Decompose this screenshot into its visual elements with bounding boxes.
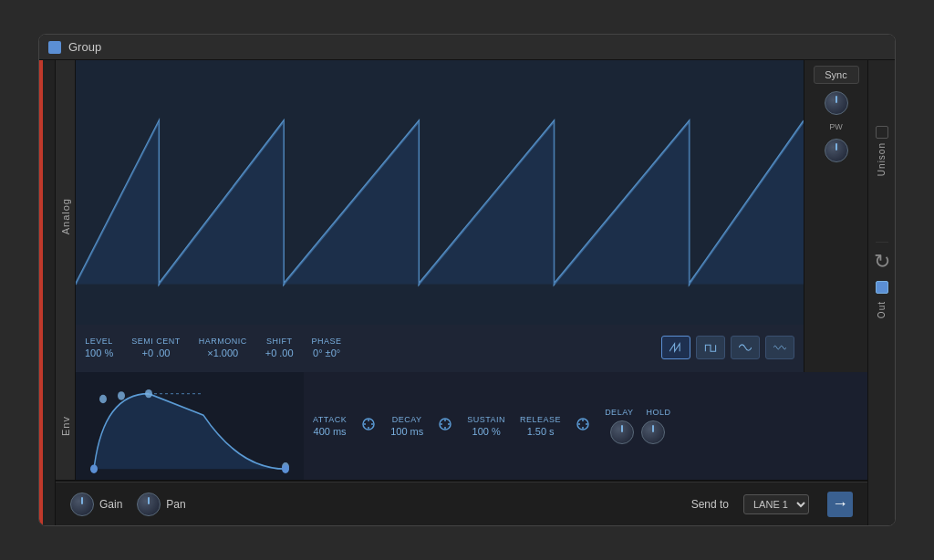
return-out-panel: ↻ Out (874, 243, 890, 525)
red-accent-bar (39, 60, 43, 525)
analog-controls-row: LEVEL 100 % SEMI CENT +0 .00 HARMONIC ×1… (76, 325, 804, 372)
release-value: 1.50 s (527, 426, 555, 437)
env-controls: ATTACK 400 ms DECAY 100 ms (304, 408, 867, 444)
release-param[interactable]: RELEASE 1.50 s (520, 415, 561, 437)
harmonic-value: ×1.000 (207, 347, 238, 358)
waveform-btn-wavy[interactable] (765, 336, 794, 359)
out-indicator[interactable] (876, 281, 888, 294)
svg-point-9 (282, 464, 289, 472)
attack-param[interactable]: ATTACK 400 ms (313, 415, 347, 437)
attack-label: ATTACK (313, 415, 347, 424)
waveform-btn-sawtooth[interactable] (661, 336, 690, 359)
sustain-label: SUSTAIN (467, 415, 505, 424)
analog-label: Analog (60, 198, 71, 234)
level-control[interactable]: LEVEL 100 % (85, 337, 113, 358)
pan-group: Pan (137, 493, 185, 516)
delay-hold-knobs (610, 420, 665, 444)
group-title: Group (68, 40, 101, 54)
gain-label: Gain (99, 498, 122, 511)
env-section: Env (56, 372, 867, 482)
gain-group: Gain (70, 493, 122, 516)
phase-value: 0° ±0° (313, 347, 340, 358)
release-drag-icon[interactable] (576, 417, 590, 435)
sustain-value: 100 % (472, 426, 501, 437)
title-bar: Group (39, 35, 895, 60)
main-container: Group Analog (38, 34, 896, 526)
bottom-bar: Gain Pan Send to LANE 1 LANE 2 LANE 3 → (56, 482, 867, 525)
analog-label-container: Analog (56, 60, 76, 372)
hold-knob[interactable] (641, 420, 665, 444)
harmonic-control[interactable]: HARMONIC ×1.000 (199, 337, 247, 358)
sync-pw-panel: Sync PW (804, 60, 867, 372)
out-label: Out (877, 301, 887, 318)
unison-label: Unison (877, 142, 887, 176)
level-value: 100 % (85, 347, 113, 358)
send-to-label: Send to (691, 498, 729, 511)
shift-label: SHIFT (266, 337, 293, 346)
svg-point-8 (90, 464, 98, 472)
send-arrow-button[interactable]: → (827, 492, 853, 517)
semi-cent-value: +0 .00 (142, 347, 171, 358)
group-icon (48, 41, 61, 54)
env-label: Env (60, 416, 71, 436)
send-to-select[interactable]: LANE 1 LANE 2 LANE 3 (743, 494, 809, 514)
attack-value: 400 ms (314, 426, 347, 437)
shift-control[interactable]: SHIFT +0 .00 (265, 337, 294, 358)
waveform-display[interactable] (76, 60, 804, 325)
decay-param[interactable]: DECAY 100 ms (390, 415, 423, 437)
main-layout: Analog (39, 60, 895, 525)
shift-value: +0 .00 (265, 347, 294, 358)
analog-section: Analog (56, 60, 867, 372)
unison-checkbox[interactable] (876, 126, 888, 139)
sustain-param[interactable]: SUSTAIN 100 % (467, 415, 505, 437)
decay-drag-icon[interactable] (438, 417, 452, 435)
phase-label: PHASE (312, 337, 342, 346)
svg-point-3 (99, 395, 107, 403)
sync-knob[interactable] (825, 91, 848, 115)
env-curve-display[interactable] (76, 372, 304, 480)
semi-cent-label: SEMI CENT (131, 337, 181, 346)
waveform-btn-square[interactable] (696, 336, 725, 359)
waveform-buttons (661, 336, 794, 359)
gain-knob[interactable] (70, 493, 94, 516)
unison-panel: Unison (876, 60, 888, 243)
svg-rect-0 (76, 60, 804, 325)
delay-hold-group: DELAY HOLD (605, 408, 670, 444)
delay-knob[interactable] (610, 420, 634, 444)
side-right-panel: Unison ↻ Out (867, 60, 895, 525)
sync-button[interactable]: Sync (814, 66, 859, 84)
analog-inner: LEVEL 100 % SEMI CENT +0 .00 HARMONIC ×1… (76, 60, 804, 372)
env-content: ATTACK 400 ms DECAY 100 ms (76, 372, 867, 480)
delay-label: DELAY (605, 408, 633, 417)
delay-hold-labels: DELAY HOLD (605, 408, 670, 417)
svg-point-4 (118, 391, 125, 399)
waveform-btn-sine[interactable] (731, 336, 760, 359)
harmonic-label: HARMONIC (199, 337, 247, 346)
pan-knob[interactable] (137, 493, 161, 516)
left-accent-panel (39, 60, 56, 525)
content-area: Analog (56, 60, 867, 525)
env-label-container: Env (56, 372, 76, 480)
pw-knob[interactable] (825, 139, 848, 162)
semi-cent-control[interactable]: SEMI CENT +0 .00 (131, 337, 181, 358)
pw-label: PW (829, 122, 843, 131)
attack-drag-icon[interactable] (361, 417, 376, 435)
phase-control[interactable]: PHASE 0° ±0° (312, 337, 342, 358)
level-label: LEVEL (85, 337, 113, 346)
decay-value: 100 ms (390, 426, 423, 437)
release-label: RELEASE (520, 415, 561, 424)
pan-label: Pan (166, 498, 185, 511)
return-icon[interactable]: ↻ (874, 250, 890, 274)
hold-label: HOLD (646, 408, 670, 417)
decay-label: DECAY (392, 415, 422, 424)
